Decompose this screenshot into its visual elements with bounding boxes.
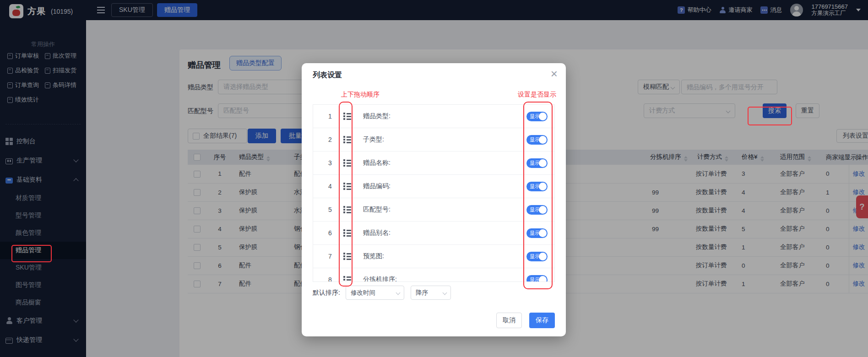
sort-field-select[interactable]: 修改时间 — [346, 286, 404, 300]
toggle-column-annotation-box — [523, 102, 553, 289]
field-label: 匹配型号: — [363, 206, 391, 214]
field-index: 3 — [326, 159, 334, 167]
cancel-button[interactable]: 取消 — [496, 313, 522, 328]
close-icon[interactable] — [551, 67, 558, 81]
chevron-down-icon — [396, 291, 401, 295]
chevron-down-icon — [443, 291, 447, 295]
drag-hint-annotation: 上下拖动顺序 — [341, 91, 380, 99]
field-label: 预览图: — [363, 252, 384, 260]
field-label: 赠品类型: — [363, 112, 391, 120]
modal-title: 列表设置 — [313, 70, 342, 80]
stage: 方果 (10195) 常用操作 订单审核 批次管理 品检验货 — [0, 0, 868, 357]
field-index: 8 — [326, 276, 334, 282]
toggle-hint-annotation: 设置是否显示 — [518, 91, 556, 99]
sort-order-select[interactable]: 降序 — [411, 286, 451, 300]
list-settings-annotation-box — [748, 107, 792, 125]
field-index: 4 — [326, 183, 334, 190]
sort-order-value: 降序 — [416, 289, 428, 297]
field-label: 赠品编码: — [363, 182, 391, 190]
field-index: 2 — [326, 136, 334, 143]
drag-column-annotation-box — [339, 102, 353, 287]
sort-field-value: 修改时间 — [351, 289, 375, 297]
field-label: 分拣机排序: — [363, 276, 397, 282]
field-index: 7 — [326, 253, 334, 260]
field-index: 1 — [326, 113, 334, 120]
list-settings-modal: 列表设置 上下拖动顺序 设置是否显示 1 赠品类型: 显示 2 子类型: — [302, 63, 566, 336]
save-button[interactable]: 保存 — [529, 313, 555, 328]
field-label: 子类型: — [363, 135, 384, 144]
field-index: 5 — [326, 206, 334, 213]
field-label: 赠品名称: — [363, 159, 391, 167]
sidebar-gift-annotation-box — [11, 245, 52, 262]
default-sort-label: 默认排序: — [313, 286, 340, 300]
field-index: 6 — [326, 229, 334, 237]
field-label: 赠品别名: — [363, 229, 391, 237]
